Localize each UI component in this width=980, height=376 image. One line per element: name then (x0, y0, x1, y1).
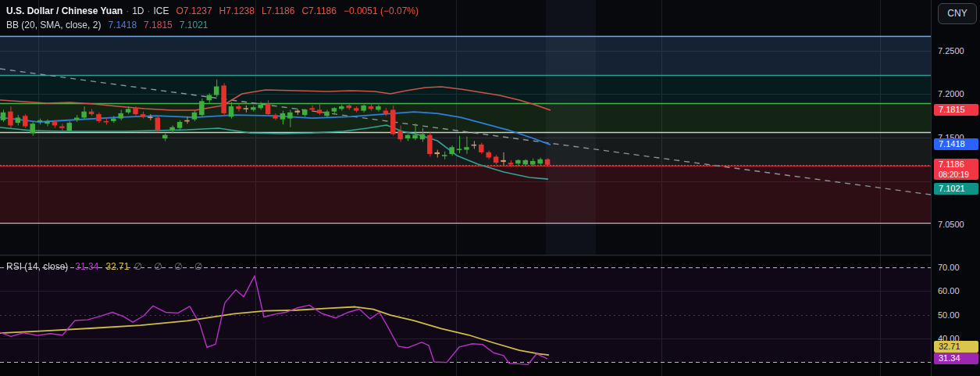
ohlc-low: L7.1186 (262, 5, 295, 16)
chart-canvas[interactable] (0, 0, 931, 376)
rsi-indicator-label[interactable]: RSI (14, close) (6, 261, 68, 272)
rsi-ma-value: 32.71 (105, 261, 129, 272)
bb-indicator-label[interactable]: BB (20, SMA, close, 2) (6, 20, 101, 30)
bb-lower-price-badge: 7.1021 (934, 183, 978, 195)
rsi-axis-label: 60.00 (938, 285, 960, 296)
rsi-value: 31.34 (75, 261, 98, 272)
bb-basis-value: 7.1418 (108, 20, 137, 30)
ohlc-open: O7.1237 (176, 5, 212, 16)
rsi-empty-values: ∅ ∅ ∅ ∅ (134, 261, 207, 272)
price-axis-label: 7.2000 (938, 88, 964, 99)
rsi-axis-label: 70.00 (938, 262, 960, 273)
ohlc-high: H7.1238 (219, 5, 255, 16)
rsi-indicator-header: RSI (14, close)31.3432.71∅ ∅ ∅ ∅ (6, 261, 207, 272)
price-axis-label: 7.0500 (938, 219, 964, 230)
bb-indicator-header: BB (20, SMA, close, 2)7.14187.18157.1021 (6, 20, 208, 30)
currency-toggle-button[interactable]: CNY (938, 3, 977, 24)
pane-divider[interactable] (0, 255, 980, 256)
price-scale[interactable]: CNY 7.2500 7.2000 7.1500 7.0500 70.00 60… (931, 0, 980, 376)
rsi-value-badge: 31.34 (934, 353, 978, 364)
bb-upper-price-badge: 7.1815 (934, 104, 978, 116)
bb-basis-price-badge: 7.1418 (934, 138, 978, 150)
bb-upper-value: 7.1815 (144, 20, 173, 30)
symbol-title[interactable]: U.S. Dollar / Chinese Yuan (6, 5, 123, 16)
last-price-value: 7.1186 (939, 159, 964, 169)
chart-window: U.S. Dollar / Chinese Yuan·1D·ICEO7.1237… (0, 0, 980, 376)
bb-lower-value: 7.1021 (180, 20, 208, 30)
rsi-axis-label: 50.00 (938, 310, 960, 320)
last-price-badge: 7.1186 08:20:19 (934, 159, 978, 180)
timeframe-label[interactable]: 1D (132, 5, 144, 16)
exchange-label: ICE (154, 5, 169, 16)
symbol-header: U.S. Dollar / Chinese Yuan·1D·ICEO7.1237… (6, 5, 419, 16)
separator-dot: · (148, 5, 151, 16)
separator-dot: · (126, 5, 129, 16)
rsi-ma-badge: 32.71 (934, 341, 978, 353)
change-value: −0.0051 (−0.07%) (344, 5, 419, 16)
price-axis-label: 7.2500 (938, 45, 964, 56)
bar-countdown: 08:20:19 (939, 170, 978, 180)
ohlc-close: C7.1186 (301, 5, 336, 16)
